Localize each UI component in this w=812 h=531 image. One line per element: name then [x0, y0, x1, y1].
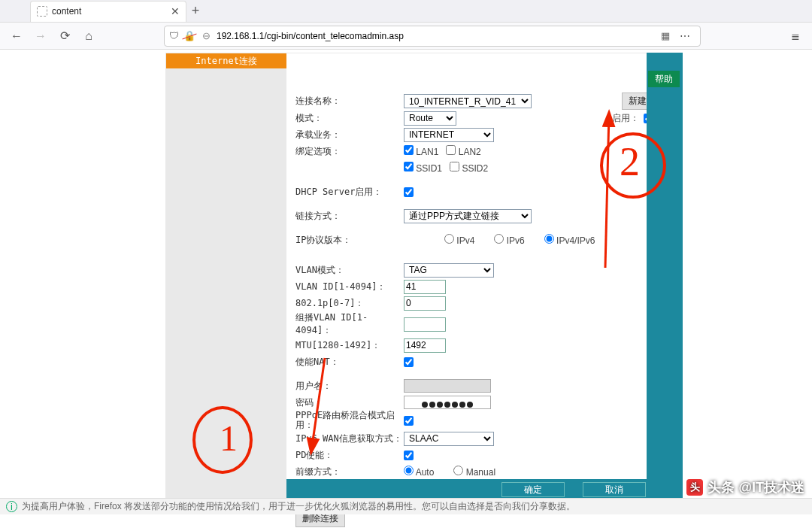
ipver-ipv6[interactable]: IPv6	[494, 234, 524, 246]
bind-opt-ssid1[interactable]: SSID1	[404, 162, 442, 174]
ipv6-wan-label: IPv6 WAN信息获取方式：	[295, 432, 404, 445]
link-label: 链接方式：	[295, 210, 404, 223]
service-label: 承载业务：	[295, 129, 404, 141]
p8021-input[interactable]	[404, 296, 446, 311]
tab-favicon	[37, 6, 47, 17]
dhcp-label: DHCP Server启用：	[295, 186, 404, 199]
vlan-mode-select[interactable]: TAG	[404, 263, 494, 278]
mcast-vlan-label: 组播VLAN ID[1-4094]：	[295, 311, 404, 337]
footer-bar: 确定 取消	[286, 479, 661, 500]
pppoe-mix-checkbox[interactable]	[404, 416, 414, 426]
mtu-label: MTU[1280-1492]：	[295, 339, 404, 352]
pass-label: 密码：	[295, 396, 404, 409]
bind-label: 绑定选项：	[295, 145, 404, 158]
close-icon[interactable]: ✕	[171, 5, 180, 17]
nat-checkbox[interactable]	[404, 357, 414, 367]
vlan-mode-label: VLAN模式：	[295, 264, 404, 277]
annotation-number-1: 1	[220, 417, 238, 459]
prefix-manual[interactable]: Manual	[453, 466, 495, 478]
address-bar[interactable]: 🛡 🔒 ⊖ 192.168.1.1/cgi-bin/content_teleco…	[164, 26, 701, 47]
p8021-label: 802.1p[0-7]：	[295, 297, 404, 310]
shield-icon: 🛡	[169, 30, 179, 41]
bind-opt-lan2[interactable]: LAN2	[446, 145, 480, 157]
reload-button[interactable]: ⟳	[54, 26, 75, 47]
tab-strip: content ✕ +	[0, 0, 812, 23]
password-input[interactable]	[404, 396, 491, 409]
help-button[interactable]: 帮助	[648, 71, 680, 87]
bind-opt-lan1[interactable]: LAN1	[404, 145, 438, 157]
vlan-id-input[interactable]	[404, 280, 446, 294]
info-icon: i	[6, 501, 17, 512]
form-area: 连接名称： 10_INTERNET_R_VID_41 新建 模式： Route …	[286, 53, 661, 500]
teal-strip	[647, 53, 683, 501]
status-bar: i 为提高用户体验，Firefox 将发送部分功能的使用情况给我们，用于进一步优…	[0, 498, 812, 514]
sidebar-title: Internet连接	[166, 53, 286, 68]
enable-label: 启用：	[612, 112, 639, 125]
nat-label: 使能NAT：	[295, 356, 404, 369]
dhcp-checkbox[interactable]	[404, 187, 414, 197]
lock-insecure-icon: 🔒	[183, 30, 195, 41]
username-input[interactable]	[404, 379, 491, 393]
ipver-label: IP协议版本：	[295, 234, 404, 247]
page-content: Internet连接 连接名称： 10_INTERNET_R_VID_41 新建…	[0, 50, 812, 514]
ipv6-wan-select[interactable]: SLAAC	[404, 432, 494, 446]
pppoe-mix-label: PPPoE路由桥混合模式启用：	[295, 411, 404, 430]
ok-button[interactable]: 确定	[501, 482, 565, 497]
ipver-ipv4[interactable]: IPv4	[444, 234, 474, 246]
pd-label: PD使能：	[295, 449, 404, 462]
page-actions-button[interactable]: ⋯	[674, 26, 695, 47]
tab-title: content	[52, 6, 166, 17]
cancel-button[interactable]: 取消	[583, 482, 646, 497]
conn-name-select[interactable]: 10_INTERNET_R_VID_41	[404, 94, 532, 108]
mode-select[interactable]: Route	[404, 111, 456, 126]
watermark: 头 头条 @IT技术迷	[686, 478, 804, 496]
qr-icon[interactable]: ▦	[661, 30, 670, 41]
forward-button[interactable]: →	[30, 26, 51, 47]
ipver-both[interactable]: IPv4/IPv6	[544, 234, 595, 246]
status-text: 为提高用户体验，Firefox 将发送部分功能的使用情况给我们，用于进一步优化火…	[22, 500, 575, 513]
prefix-label: 前缀方式：	[295, 466, 404, 478]
prefix-auto[interactable]: Auto	[404, 466, 434, 478]
browser-tab[interactable]: content ✕	[30, 1, 186, 22]
home-button[interactable]: ⌂	[78, 26, 99, 47]
browser-toolbar: ← → ⟳ ⌂ 🛡 🔒 ⊖ 192.168.1.1/cgi-bin/conten…	[0, 23, 812, 50]
user-label: 用户名：	[295, 380, 404, 393]
watermark-logo: 头	[686, 479, 703, 496]
url-text: 192.168.1.1/cgi-bin/content_telecomadmin…	[217, 31, 404, 41]
bind-opt-ssid2[interactable]: SSID2	[450, 162, 488, 174]
annotation-number-2: 2	[620, 138, 640, 185]
mcast-vlan-input[interactable]	[404, 317, 446, 332]
conn-name-label: 连接名称：	[295, 95, 404, 108]
new-tab-button[interactable]: +	[186, 2, 205, 20]
permissions-icon[interactable]: ⊖	[200, 26, 212, 47]
service-select[interactable]: INTERNET	[404, 128, 494, 142]
mode-label: 模式：	[295, 112, 404, 125]
link-select[interactable]: 通过PPP方式建立链接	[404, 209, 532, 223]
pd-checkbox[interactable]	[404, 451, 414, 460]
vlan-id-label: VLAN ID[1-4094]：	[295, 281, 404, 293]
back-button[interactable]: ←	[6, 26, 27, 47]
library-button[interactable]: ≣	[785, 26, 806, 47]
mtu-input[interactable]	[404, 338, 446, 353]
